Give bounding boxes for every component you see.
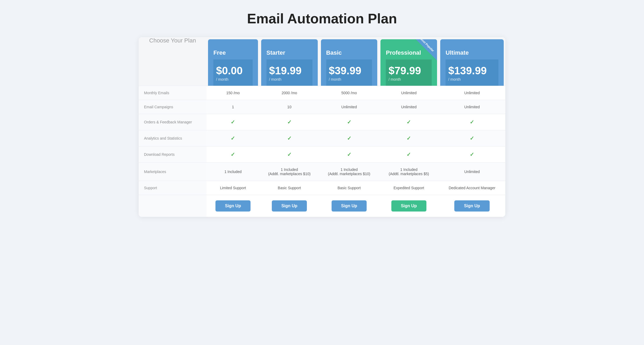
checkmark-icon: ✓ bbox=[287, 152, 292, 157]
plan-header-starter: Starter$19.99/ month bbox=[260, 37, 319, 86]
feature-value-0-1: 2000 /mo bbox=[260, 86, 319, 100]
plan-period-professional: / month bbox=[388, 77, 429, 81]
feature-value-3-4: ✓ bbox=[439, 130, 505, 146]
checkmark-icon: ✓ bbox=[347, 119, 351, 125]
feature-row: Monthly Emails150 /mo2000 /mo5000 /moUnl… bbox=[139, 86, 505, 100]
signup-button-starter[interactable]: Sign Up bbox=[272, 200, 307, 212]
plan-name-ultimate: Ultimate bbox=[446, 45, 498, 56]
checkmark-icon: ✓ bbox=[406, 135, 411, 141]
feature-value-1-1: 10 bbox=[260, 100, 319, 114]
feature-value-0-0: 150 /mo bbox=[206, 86, 260, 100]
feature-value-2-3: ✓ bbox=[379, 114, 439, 130]
signup-button-professional[interactable]: Sign Up bbox=[391, 200, 426, 212]
checkmark-icon: ✓ bbox=[231, 152, 235, 157]
plan-price-ultimate: $139.99 bbox=[448, 65, 496, 77]
feature-label-1: Email Campaigns bbox=[139, 100, 206, 114]
plan-name-free: Free bbox=[213, 45, 253, 56]
page-title: Email Automation Plan bbox=[247, 11, 397, 27]
checkmark-icon: ✓ bbox=[347, 135, 351, 141]
feature-value-3-0: ✓ bbox=[206, 130, 260, 146]
feature-value-5-0: 1 Included bbox=[206, 163, 260, 181]
feature-value-0-4: Unlimited bbox=[439, 86, 505, 100]
feature-value-4-1: ✓ bbox=[260, 146, 319, 163]
feature-value-2-4: ✓ bbox=[439, 114, 505, 130]
feature-value-1-2: Unlimited bbox=[319, 100, 379, 114]
feature-value-5-2: 1 Included (Addtl. marketplaces $10) bbox=[319, 163, 379, 181]
feature-row: SupportLimited SupportBasic SupportBasic… bbox=[139, 181, 505, 195]
checkmark-icon: ✓ bbox=[231, 135, 235, 141]
feature-row: Orders & Feedback Manager✓✓✓✓✓ bbox=[139, 114, 505, 130]
feature-value-1-4: Unlimited bbox=[439, 100, 505, 114]
feature-value-4-3: ✓ bbox=[379, 146, 439, 163]
button-row: Sign UpSign UpSign UpSign UpSign Up bbox=[139, 195, 505, 217]
checkmark-icon: ✓ bbox=[347, 152, 351, 157]
feature-value-5-3: 1 Included (Addtl. marketplaces $5) bbox=[379, 163, 439, 181]
feature-value-4-2: ✓ bbox=[319, 146, 379, 163]
feature-value-6-0: Limited Support bbox=[206, 181, 260, 195]
pricing-container: Choose Your PlanFree$0.00/ monthStarter$… bbox=[139, 37, 505, 217]
checkmark-icon: ✓ bbox=[470, 135, 474, 141]
feature-label-5: Marketplaces bbox=[139, 163, 206, 181]
feature-label-3: Analytics and Statistics bbox=[139, 130, 206, 146]
plan-name-starter: Starter bbox=[266, 45, 312, 56]
checkmark-icon: ✓ bbox=[470, 119, 474, 125]
feature-value-6-4: Dedicated Account Manager bbox=[439, 181, 505, 195]
checkmark-icon: ✓ bbox=[287, 119, 292, 125]
feature-value-3-2: ✓ bbox=[319, 130, 379, 146]
plan-period-ultimate: / month bbox=[448, 77, 496, 81]
feature-row: Analytics and Statistics✓✓✓✓✓ bbox=[139, 130, 505, 146]
plan-period-basic: / month bbox=[329, 77, 370, 81]
feature-value-3-1: ✓ bbox=[260, 130, 319, 146]
checkmark-icon: ✓ bbox=[231, 119, 235, 125]
feature-label-0: Monthly Emails bbox=[139, 86, 206, 100]
feature-value-0-3: Unlimited bbox=[379, 86, 439, 100]
feature-label-4: Download Reports bbox=[139, 146, 206, 163]
checkmark-icon: ✓ bbox=[406, 152, 411, 157]
feature-value-0-2: 5000 /mo bbox=[319, 86, 379, 100]
plan-header-ultimate: Ultimate$139.99/ month bbox=[439, 37, 505, 86]
signup-button-ultimate[interactable]: Sign Up bbox=[454, 200, 489, 212]
feature-value-6-1: Basic Support bbox=[260, 181, 319, 195]
checkmark-icon: ✓ bbox=[287, 135, 292, 141]
most-popular-badge: Most Popular bbox=[418, 39, 436, 54]
plan-header-basic: Basic$39.99/ month bbox=[319, 37, 379, 86]
feature-value-1-0: 1 bbox=[206, 100, 260, 114]
feature-row: Marketplaces1 Included1 Included (Addtl.… bbox=[139, 163, 505, 181]
feature-row: Email Campaigns110UnlimitedUnlimitedUnli… bbox=[139, 100, 505, 114]
feature-label-6: Support bbox=[139, 181, 206, 195]
feature-value-5-4: Unlimited bbox=[439, 163, 505, 181]
plan-price-free: $0.00 bbox=[216, 65, 250, 77]
feature-value-2-2: ✓ bbox=[319, 114, 379, 130]
plan-header-free: Free$0.00/ month bbox=[206, 37, 260, 86]
plan-header-professional: Most PopularProfessional$79.99/ month bbox=[379, 37, 439, 86]
signup-button-free[interactable]: Sign Up bbox=[215, 200, 251, 212]
signup-button-basic[interactable]: Sign Up bbox=[332, 200, 367, 212]
choose-plan-label: Choose Your Plan bbox=[139, 37, 206, 86]
plan-price-professional: $79.99 bbox=[388, 65, 429, 77]
feature-value-6-2: Basic Support bbox=[319, 181, 379, 195]
pricing-table: Choose Your PlanFree$0.00/ monthStarter$… bbox=[139, 37, 505, 217]
feature-value-4-0: ✓ bbox=[206, 146, 260, 163]
feature-value-6-3: Expedited Support bbox=[379, 181, 439, 195]
feature-label-2: Orders & Feedback Manager bbox=[139, 114, 206, 130]
checkmark-icon: ✓ bbox=[406, 119, 411, 125]
plan-price-starter: $19.99 bbox=[269, 65, 310, 77]
plan-period-starter: / month bbox=[269, 77, 310, 81]
feature-value-2-0: ✓ bbox=[206, 114, 260, 130]
plan-price-basic: $39.99 bbox=[329, 65, 370, 77]
feature-value-3-3: ✓ bbox=[379, 130, 439, 146]
plan-period-free: / month bbox=[216, 77, 250, 81]
feature-value-2-1: ✓ bbox=[260, 114, 319, 130]
feature-value-1-3: Unlimited bbox=[379, 100, 439, 114]
plan-name-basic: Basic bbox=[326, 45, 372, 56]
checkmark-icon: ✓ bbox=[470, 152, 474, 157]
feature-value-5-1: 1 Included (Addtl. marketplaces $10) bbox=[260, 163, 319, 181]
feature-row: Download Reports✓✓✓✓✓ bbox=[139, 146, 505, 163]
feature-value-4-4: ✓ bbox=[439, 146, 505, 163]
